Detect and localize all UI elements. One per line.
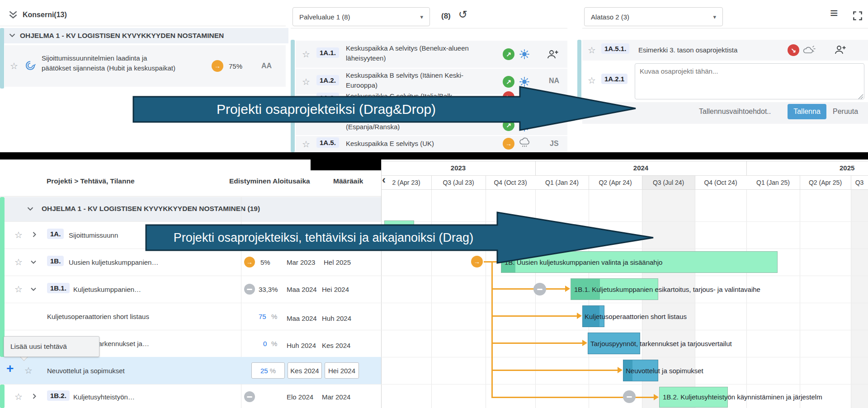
divider <box>0 196 381 197</box>
group-title: OHJELMA 1 - KV LOGISTISEN KYVYKKYYDEN NO… <box>20 32 224 40</box>
end-date: Hei 2024 <box>322 286 349 293</box>
task-row-1b2[interactable]: ☆ 1B.2. Kuljetusyhteistyön… Elo 2024 Mar… <box>0 384 381 408</box>
star-icon[interactable]: ☆ <box>14 258 23 267</box>
quarter-label: Q1 (Jan 25) <box>746 179 800 186</box>
start-date: Maa 2024 <box>287 314 317 322</box>
banner-drag: Projekti osaprojekteiksi, tehtäviksi ja … <box>145 211 655 264</box>
divider <box>381 189 868 190</box>
card-1a5[interactable]: ☆ 1A.5. Keskuspaikka E selvitys (UK) → J… <box>296 136 567 152</box>
level2-dropdown[interactable]: Alataso 2 (3) ▾ <box>584 7 723 26</box>
quarter-label: Q4 (Oct 24) <box>695 179 746 186</box>
minus-status-icon <box>533 283 546 295</box>
star-icon[interactable]: ☆ <box>24 366 33 375</box>
fullscreen-icon[interactable] <box>852 10 863 23</box>
undo-icon[interactable]: ↺ <box>458 8 467 21</box>
project-card-sijoittumis[interactable]: ☆ Sijoittumissuunnitelmien laadinta ja p… <box>5 45 286 87</box>
double-chevron-down-icon[interactable] <box>7 9 19 23</box>
assignee-initials: JS <box>550 140 559 148</box>
task-row-neuvottelut[interactable]: + ☆ Neuvottelut ja sopimukset 25 % Kes 2… <box>0 357 381 384</box>
dropdown-value: Palvelualue 1 (8) <box>299 13 350 21</box>
save-button[interactable]: Tallenna <box>788 104 826 119</box>
star-icon[interactable]: ☆ <box>302 77 310 86</box>
banner-label: Projekti osaprojekteiksi (Drag&Drop) <box>132 97 520 122</box>
card-1a51[interactable]: ☆ 1A.5.1. Esimerkki 3. tason osaprojekti… <box>582 40 868 61</box>
quarter-label: Q2 (Apr 25) <box>800 179 851 186</box>
year-label: 2023 <box>381 164 535 172</box>
chevron-down-icon: ▾ <box>420 14 423 20</box>
column1-title: Konserni(13) <box>23 11 67 19</box>
star-icon[interactable]: ☆ <box>14 285 23 294</box>
app-screen: Konserni(13) OHJELMA 1 - KV LOGISTISEN K… <box>0 0 868 408</box>
end-date: Huh 2024 <box>322 314 351 322</box>
count-badge: (8) <box>441 12 451 21</box>
save-options-button[interactable]: Tallennusvaihtoehdot.. <box>699 108 771 116</box>
weather-partly-cloudy-icon <box>803 44 816 58</box>
star-icon[interactable]: ☆ <box>14 392 23 401</box>
divider <box>381 175 868 176</box>
chevron-down-icon: ▾ <box>713 14 716 20</box>
chevron-down-icon[interactable] <box>25 204 35 216</box>
banner-label: Projekti osaprojekteiksi, tehtäviksi ja … <box>150 225 497 250</box>
divider-block <box>311 152 381 170</box>
trend-flat-icon: → <box>503 138 514 150</box>
star-icon[interactable]: ☆ <box>588 76 596 85</box>
star-icon[interactable]: ☆ <box>302 140 310 149</box>
card-code: 1A.5. <box>316 137 339 148</box>
chevron-down-icon[interactable] <box>7 30 17 42</box>
quarter-label: 2 (Apr 23) <box>381 179 431 186</box>
column-header-progress[interactable]: Edistyminen <box>229 177 271 185</box>
card-1a1[interactable]: ☆ 1A.1. Keskuspaikka A selvitys (Benelux… <box>296 41 567 68</box>
resize-handle-icon[interactable] <box>858 93 863 101</box>
card-code: 1A.1. <box>316 47 339 58</box>
person-add-icon[interactable] <box>835 45 846 56</box>
hamburger-menu-icon[interactable]: ≡ <box>830 5 838 21</box>
chevron-right-icon[interactable] <box>30 392 39 403</box>
assignee-initials: AA <box>261 62 272 70</box>
row-code: 1B.1. <box>47 283 70 293</box>
year-label: 2024 <box>535 164 746 172</box>
star-icon[interactable]: ☆ <box>302 50 310 59</box>
row-name: Kuljetusoperaattorien short listaus <box>47 313 149 320</box>
quarter-label: Q4 (Oct 23) <box>486 179 535 186</box>
progress-value[interactable]: 0 <box>263 340 267 347</box>
program-spiral-icon <box>24 60 36 73</box>
percent-sign: % <box>271 340 277 347</box>
level1-dropdown[interactable]: Palvelualue 1 (8) ▾ <box>292 7 430 26</box>
person-add-icon[interactable] <box>547 49 559 61</box>
column-header-end[interactable]: Määräaik <box>333 177 363 185</box>
star-icon[interactable]: ☆ <box>14 230 23 239</box>
card-code: 1A.5.1. <box>601 43 629 54</box>
quarter-label: Q3 <box>851 179 868 186</box>
chevron-down-icon[interactable] <box>29 285 38 295</box>
add-task-icon[interactable]: + <box>6 362 14 375</box>
collapse-panel-icon[interactable]: ‹ <box>382 174 386 186</box>
description-input[interactable] <box>635 63 864 99</box>
cancel-button[interactable]: Peruuta <box>833 108 858 116</box>
star-icon[interactable]: ☆ <box>10 61 18 70</box>
start-date-input[interactable]: Kes 2024 <box>288 362 322 379</box>
start-date: Elo 2024 <box>287 393 313 401</box>
card-title: Esimerkki 3. tason osaprojektista <box>638 46 737 54</box>
quarter-label: Q2 (Apr 24) <box>589 179 642 186</box>
gantt-bar-label: 1B.1. Kuljetuskumppanien esikartoitus, t… <box>574 286 760 293</box>
group-row-konserni[interactable]: OHJELMA 1 - KV LOGISTISEN KYVYKKYYDEN NO… <box>0 28 288 43</box>
star-icon[interactable]: ☆ <box>588 46 596 55</box>
row-code: 1B.2. <box>47 390 70 401</box>
progress-value[interactable]: 75 <box>259 313 266 320</box>
row-name: Sijoittumissuunn <box>69 231 118 239</box>
task-row-short-listaus[interactable]: Kuljetusoperaattorien short listaus 75 %… <box>0 303 381 330</box>
column-header-name[interactable]: Projekti > Tehtävä, Tilanne <box>47 177 135 185</box>
row-code: 1A. <box>47 229 64 239</box>
percent-sign: % <box>271 313 277 320</box>
end-date-input[interactable]: Hei 2024 <box>325 362 359 379</box>
column-accent-bar <box>0 28 4 89</box>
card-title-line1: Keskuspaikka A selvitys (Benelux-alueen <box>346 44 469 52</box>
gantt-bar-label: Kuljetusoperaattorien short listaus <box>585 313 687 320</box>
chevron-right-icon[interactable] <box>30 230 39 241</box>
task-row-1b1[interactable]: ☆ 1B.1. Kuljetuskumppanien… 33,3% Maa 20… <box>0 276 381 303</box>
chevron-down-icon[interactable] <box>29 258 38 268</box>
progress-input[interactable]: 25 % <box>251 362 285 379</box>
column-header-start[interactable]: Aloitusaika <box>273 177 310 185</box>
divider <box>582 28 868 28</box>
start-date: Huh 2024 <box>287 342 316 349</box>
